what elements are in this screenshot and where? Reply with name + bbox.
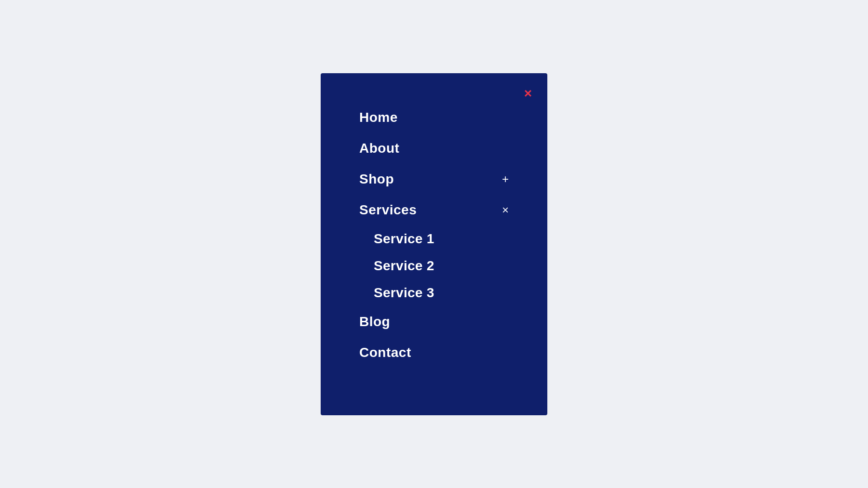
submenu-item-service1[interactable]: Service 1 xyxy=(374,225,509,252)
services-submenu: Service 1 Service 2 Service 3 xyxy=(359,225,509,306)
nav-item-blog[interactable]: Blog xyxy=(359,306,509,337)
submenu-item-service3[interactable]: Service 3 xyxy=(374,279,509,306)
nav-list: Home About Shop + Services × Service 1 S… xyxy=(359,102,509,368)
submenu-label-service1: Service 1 xyxy=(374,231,434,246)
nav-item-services[interactable]: Services × xyxy=(359,195,509,225)
nav-label-home: Home xyxy=(359,110,398,125)
menu-overlay: × Home About Shop + Services × Service 1… xyxy=(321,73,547,415)
nav-item-home[interactable]: Home xyxy=(359,102,509,133)
nav-item-shop[interactable]: Shop + xyxy=(359,164,509,195)
nav-item-contact[interactable]: Contact xyxy=(359,337,509,368)
close-button[interactable]: × xyxy=(524,87,532,100)
shop-expand-icon: + xyxy=(502,173,509,185)
services-collapse-icon: × xyxy=(502,204,509,216)
nav-label-about: About xyxy=(359,141,399,156)
nav-label-shop: Shop xyxy=(359,171,394,187)
nav-label-services: Services xyxy=(359,202,417,218)
submenu-label-service2: Service 2 xyxy=(374,258,434,273)
submenu-label-service3: Service 3 xyxy=(374,285,434,300)
nav-label-blog: Blog xyxy=(359,314,390,330)
nav-item-about[interactable]: About xyxy=(359,133,509,164)
nav-label-contact: Contact xyxy=(359,345,411,360)
submenu-item-service2[interactable]: Service 2 xyxy=(374,252,509,279)
close-icon: × xyxy=(524,86,532,101)
